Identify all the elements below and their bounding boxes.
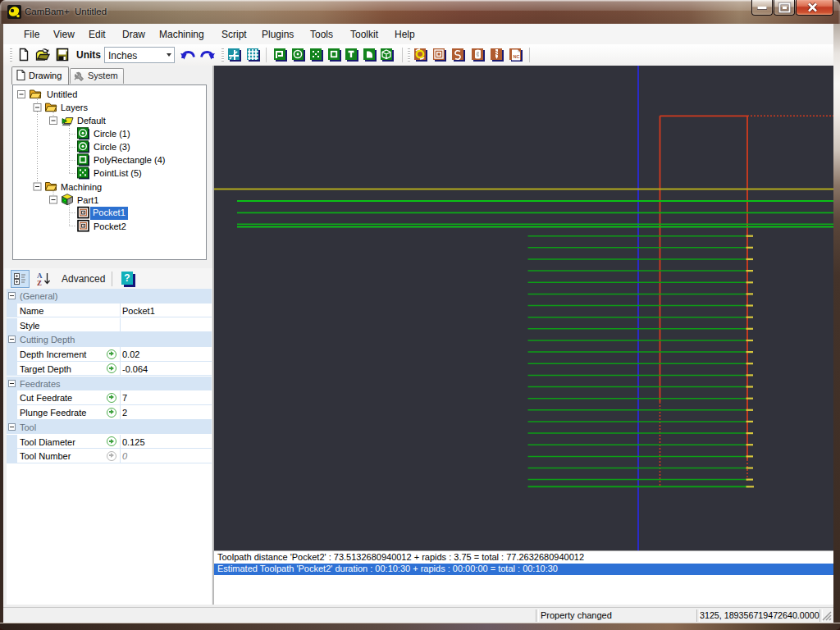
svg-text:Z: Z — [37, 279, 42, 286]
svg-text:NC: NC — [514, 54, 520, 59]
